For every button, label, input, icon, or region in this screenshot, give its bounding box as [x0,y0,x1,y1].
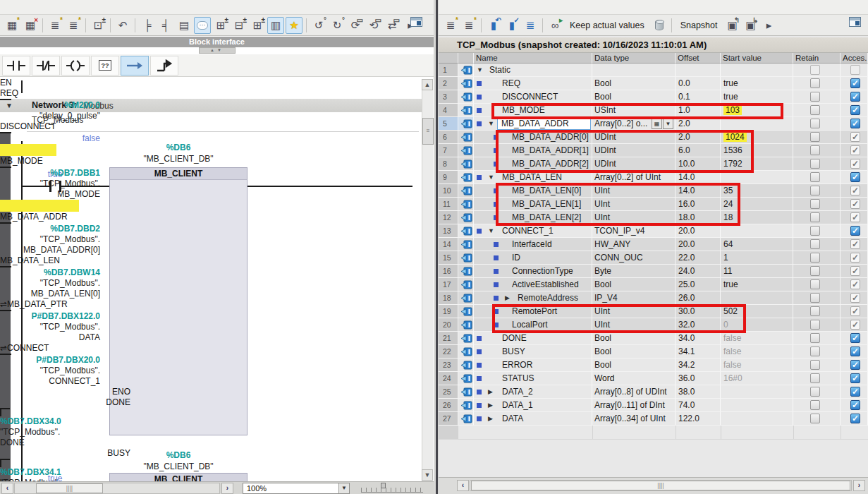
member-name[interactable]: BUSY [502,345,525,358]
start-value-cell[interactable] [721,291,793,305]
row-number[interactable]: 17 [439,278,458,291]
retain-checkbox[interactable] [810,212,820,222]
retain-checkbox[interactable] [810,414,820,423]
expand-closed-icon[interactable]: ▶ [488,387,493,397]
monitor-all-icon[interactable]: ∞▸ [546,17,563,34]
retain-checkbox[interactable] [810,78,820,88]
add-row-icon[interactable]: ≣* [65,17,82,34]
name-cell[interactable]: MB_DATA_LEN[1] [474,198,592,211]
retain-checkbox[interactable] [810,119,820,128]
member-datatype[interactable]: Array[0..34] of UInt [592,414,666,423]
member-name[interactable]: MB_DATA_LEN [502,171,562,183]
accessible-cell[interactable]: ✓ [841,399,868,412]
start-value-cell[interactable]: 16#0 [721,372,793,385]
accessible-cell[interactable]: ✓ [841,251,868,265]
expand-open-icon[interactable]: ▼ [488,119,494,128]
offset-cell[interactable]: 38.0 [676,385,721,399]
retain-cell[interactable] [793,157,841,171]
name-cell[interactable]: MB_DATA_LEN[0] [474,184,592,198]
insert-multi-instance-icon[interactable]: ⊟± [231,17,247,34]
start-value[interactable]: 64 [723,239,733,249]
start-value-cell[interactable]: 1792 [721,157,793,171]
row-number[interactable]: 20 [439,318,458,332]
accessible-cell[interactable]: ✓ [841,144,868,157]
start-value[interactable]: 18 [723,212,733,222]
name-cell[interactable]: LocalPort [474,318,592,332]
member-datatype[interactable]: Array[0..2] o... [592,119,647,128]
member-datatype[interactable]: USInt [592,105,616,115]
retain-cell[interactable] [793,171,841,184]
expand-open-icon[interactable]: ▼ [477,66,483,75]
member-datatype[interactable]: UInt [592,306,610,316]
retain-cell[interactable] [793,131,841,144]
retain-cell[interactable] [793,385,841,399]
start-value-cell[interactable]: 24 [721,198,793,211]
start-value[interactable]: 0 [723,320,728,330]
retain-cell[interactable] [793,224,841,238]
name-cell[interactable]: ActiveEstablished [474,278,592,291]
accessible-checkbox[interactable]: ✓ [850,105,860,115]
offset-cell[interactable]: 0.0 [676,77,721,90]
insert-block-call-icon[interactable]: ⊞± [212,17,229,34]
hscroll-track[interactable]: |||| [14,483,220,494]
retain-checkbox[interactable] [810,145,820,155]
start-value[interactable]: 1792 [723,159,742,169]
accessible-checkbox[interactable]: ✓ [850,212,860,222]
member-datatype[interactable]: IP_V4 [592,293,618,303]
db-hscroll-thumb[interactable]: |||| [471,481,850,490]
name-cell[interactable]: ConnectionType [474,265,592,278]
retain-checkbox[interactable] [810,172,820,182]
next-mb-client-block[interactable]: MB_CLIENT [109,473,247,481]
zoom-slider[interactable] [361,485,423,493]
offset-cell[interactable]: 14.0 [676,171,721,184]
name-cell[interactable]: MB_DATA_LEN[2] [474,211,592,224]
operand-mb_data_addr[interactable]: %DB7.DBD2"TCP_Modbus".MB_DATA_ADDR[0] [0,224,100,255]
member-name[interactable]: MB_DATA_LEN[2] [512,211,581,224]
accessible-checkbox[interactable]: ✓ [850,159,860,169]
member-name[interactable]: RemoteAddress [518,291,578,304]
retain-cell[interactable] [793,144,841,157]
insert-network-comment-icon[interactable]: ▤ [176,17,192,34]
name-cell[interactable]: ID [474,251,592,265]
insert-row-icon[interactable]: ≣* [442,17,459,34]
undo-icon[interactable]: ↶ [114,17,131,34]
declaration-cell[interactable] [458,359,474,372]
member-datatype[interactable]: Bool [592,78,611,88]
declaration-cell[interactable] [458,77,474,90]
datatype-cell[interactable]: IP_V4 [592,291,676,305]
offset-cell[interactable]: 1.0 [676,104,721,117]
member-datatype[interactable]: UDInt [592,145,616,155]
offset-cell[interactable]: 74.0 [676,399,721,412]
row-number[interactable]: 21 [439,332,458,345]
start-value[interactable]: true [723,92,738,102]
declaration-cell[interactable] [458,171,474,184]
retain-checkbox[interactable] [810,347,820,356]
retain-cell[interactable] [793,77,841,90]
start-value[interactable]: 11 [723,266,732,276]
accessible-cell[interactable]: ✓ [841,184,868,198]
member-datatype[interactable]: UDInt [592,132,616,142]
name-cell[interactable]: BUSY [474,345,592,359]
offset-cell[interactable]: 34.0 [676,332,721,345]
row-number[interactable]: 26 [439,399,458,412]
db-hscroll-right-button[interactable]: › [853,480,865,491]
start-value-cell[interactable]: true [721,90,793,104]
next-contact-operand[interactable]: true [39,474,71,481]
datatype-cell[interactable]: TCON_IP_v4 [592,224,676,238]
expand-networks-icon[interactable]: ▥ [267,17,284,34]
retain-checkbox[interactable] [810,400,820,410]
accessible-cell[interactable]: ✓ [841,238,868,251]
datatype-cell[interactable]: CONN_OUC [592,251,676,265]
datatype-cell[interactable]: Bool [592,77,676,90]
name-cell[interactable]: MB_DATA_ADDR[0] [474,131,592,144]
vertical-scroll-thumb[interactable]: ≡ [422,118,434,145]
accessible-checkbox[interactable]: ✓ [850,226,860,236]
retain-cell[interactable] [793,117,841,131]
accessible-cell[interactable]: ✓ [841,171,868,184]
member-name[interactable]: DATA_1 [502,399,533,411]
retain-checkbox[interactable] [810,279,820,289]
expand-closed-icon[interactable]: ▶ [488,414,493,423]
member-name[interactable]: MB_DATA_ADDR[1] [512,144,589,157]
row-number[interactable]: 25 [439,385,458,399]
expand-members-icon[interactable]: ≣ [522,17,539,34]
